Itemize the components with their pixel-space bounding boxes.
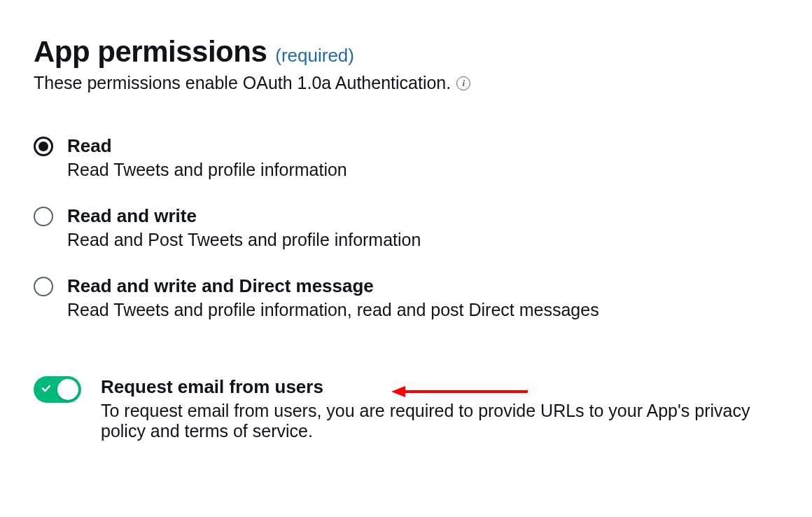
radio-content: Read and write Read and Post Tweets and … xyxy=(67,205,421,250)
toggle-description: To request email from users, you are req… xyxy=(101,401,759,441)
title-row: App permissions (required) xyxy=(34,35,778,69)
radio-description: Read and Post Tweets and profile informa… xyxy=(67,230,421,250)
radio-content: Read Read Tweets and profile information xyxy=(67,135,347,180)
subtitle-row: These permissions enable OAuth 1.0a Auth… xyxy=(34,73,778,93)
section-header: App permissions (required) These permiss… xyxy=(34,35,778,93)
radio-description: Read Tweets and profile information xyxy=(67,160,347,180)
toggle-knob xyxy=(57,379,78,400)
page-title: App permissions xyxy=(34,35,267,69)
permission-option-read-write[interactable]: Read and write Read and Post Tweets and … xyxy=(34,205,778,250)
permissions-radio-group: Read Read Tweets and profile information… xyxy=(34,135,778,320)
radio-label: Read and write xyxy=(67,205,421,227)
toggle-content: Request email from users To request emai… xyxy=(101,376,759,441)
check-icon xyxy=(41,382,52,397)
radio-label: Read and write and Direct message xyxy=(67,275,599,297)
required-label: (required) xyxy=(275,45,354,67)
permission-option-read[interactable]: Read Read Tweets and profile information xyxy=(34,135,778,180)
radio-description: Read Tweets and profile information, rea… xyxy=(67,300,599,320)
radio-button-icon[interactable] xyxy=(34,207,53,226)
radio-button-icon[interactable] xyxy=(34,277,53,296)
email-toggle-section: Request email from users To request emai… xyxy=(34,376,778,441)
toggle-label: Request email from users xyxy=(101,376,759,398)
radio-content: Read and write and Direct message Read T… xyxy=(67,275,599,320)
info-icon[interactable]: i xyxy=(456,76,470,90)
page-subtitle: These permissions enable OAuth 1.0a Auth… xyxy=(34,73,451,93)
request-email-toggle[interactable] xyxy=(34,376,81,403)
permission-option-read-write-dm[interactable]: Read and write and Direct message Read T… xyxy=(34,275,778,320)
radio-label: Read xyxy=(67,135,347,157)
radio-button-icon[interactable] xyxy=(34,137,53,156)
